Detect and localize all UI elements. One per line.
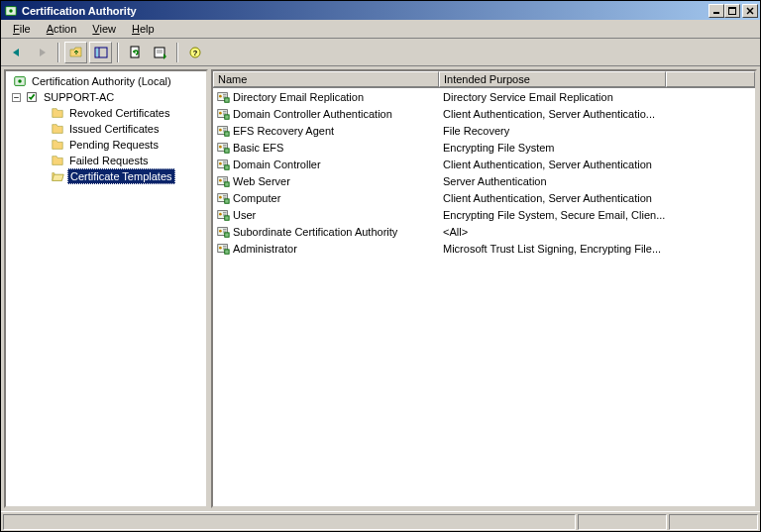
tree-item[interactable]: Issued Certificates (8, 121, 204, 137)
tree-panel[interactable]: Certification Authority (Local) − SUPPOR… (4, 69, 208, 508)
cell-purpose: Server Authentication (439, 175, 666, 187)
svg-point-1 (9, 9, 13, 13)
back-button[interactable] (5, 42, 28, 63)
svg-rect-48 (225, 164, 229, 168)
list-row[interactable]: AdministratorMicrosoft Trust List Signin… (213, 240, 755, 257)
statusbar (1, 511, 760, 531)
certificate-template-icon (215, 224, 231, 240)
cell-purpose: Encrypting File System, Secure Email, Cl… (439, 209, 666, 221)
certificate-template-icon (215, 157, 231, 172)
cell-name: Computer (213, 190, 439, 206)
folder-icon (50, 153, 65, 168)
certificate-template-icon (215, 190, 231, 206)
column-header-name[interactable]: Name (213, 71, 439, 87)
cell-name: Domain Controller Authentication (213, 106, 439, 122)
show-hide-tree-button[interactable] (89, 42, 112, 63)
menu-view[interactable]: View (84, 21, 124, 37)
list-row[interactable]: EFS Recovery AgentFile Recovery (213, 122, 755, 139)
close-button[interactable] (742, 4, 758, 18)
list-row[interactable]: UserEncrypting File System, Secure Email… (213, 206, 755, 223)
cell-purpose: Directory Service Email Replication (439, 91, 666, 103)
list-row[interactable]: ComputerClient Authentication, Server Au… (213, 189, 755, 206)
status-panel-2 (578, 514, 667, 530)
svg-point-68 (219, 229, 222, 232)
svg-point-20 (219, 94, 222, 97)
tree-item-label: Revoked Certificates (67, 106, 172, 120)
list-panel: Name Intended Purpose Directory Email Re… (211, 69, 757, 508)
list-row[interactable]: Basic EFSEncrypting File System (213, 139, 755, 156)
list-body[interactable]: Directory Email ReplicationDirectory Ser… (213, 88, 755, 506)
svg-rect-60 (225, 198, 229, 202)
export-list-button[interactable] (149, 42, 171, 63)
svg-point-38 (219, 145, 222, 148)
tree-server-node[interactable]: − SUPPORT-AC (8, 89, 204, 105)
svg-rect-78 (225, 249, 229, 253)
cell-purpose: Client Authentication, Server Authentica… (439, 192, 666, 204)
certificate-template-icon (215, 241, 231, 257)
cell-name: Domain Controller (213, 157, 439, 172)
tree-root-label: Certification Authority (Local) (30, 74, 173, 88)
svg-rect-9 (96, 49, 98, 56)
svg-point-56 (219, 195, 222, 198)
cell-purpose: <All> (439, 226, 666, 238)
cell-name: EFS Recovery Agent (213, 123, 439, 139)
cell-purpose: Microsoft Trust List Signing, Encrypting… (439, 243, 666, 255)
tree-item[interactable]: Certificate Templates (8, 168, 204, 184)
toolbar: ? (1, 39, 760, 66)
column-header-filler[interactable] (666, 71, 755, 87)
up-button[interactable] (64, 42, 87, 63)
cell-name: User (213, 207, 439, 223)
tree-item-label: Failed Requests (67, 154, 151, 167)
cell-purpose: File Recovery (439, 125, 666, 137)
certificate-template-icon (215, 106, 231, 122)
tree-item-label: Certificate Templates (67, 168, 175, 184)
menu-help[interactable]: Help (124, 21, 163, 37)
minimize-button[interactable] (708, 4, 724, 18)
titlebar[interactable]: Certification Authority (1, 1, 760, 20)
folder-icon (50, 105, 65, 121)
list-row[interactable]: Subordinate Certification Authority<All> (213, 223, 755, 240)
folder-icon (50, 121, 65, 137)
svg-rect-36 (225, 131, 229, 135)
tree-root[interactable]: Certification Authority (Local) (8, 73, 204, 89)
window-title: Certification Authority (22, 5, 708, 17)
app-icon (3, 3, 19, 19)
tree-item[interactable]: Revoked Certificates (8, 105, 204, 121)
menubar: File Action View Help (1, 20, 760, 39)
forward-button[interactable] (30, 42, 53, 63)
content-area: Certification Authority (Local) − SUPPOR… (1, 66, 760, 511)
column-header-purpose[interactable]: Intended Purpose (439, 71, 666, 87)
cell-purpose: Client Authentication, Server Authentica… (439, 108, 666, 120)
svg-point-50 (219, 178, 222, 181)
svg-point-62 (219, 212, 222, 215)
maximize-button[interactable] (724, 4, 740, 18)
folder-icon (50, 137, 65, 153)
list-row[interactable]: Domain Controller AuthenticationClient A… (213, 105, 755, 122)
window-controls (708, 4, 758, 18)
tree-item[interactable]: Pending Requests (8, 137, 204, 153)
list-row[interactable]: Directory Email ReplicationDirectory Ser… (213, 88, 755, 105)
status-main (3, 514, 576, 530)
list-row[interactable]: Web ServerServer Authentication (213, 172, 755, 189)
help-button[interactable]: ? (183, 42, 206, 63)
list-row[interactable]: Domain ControllerClient Authentication, … (213, 156, 755, 172)
certificate-template-icon (215, 140, 231, 156)
cell-name: Web Server (213, 173, 439, 189)
svg-rect-30 (225, 114, 229, 118)
main-window: Certification Authority File Action View… (0, 0, 761, 532)
svg-rect-72 (225, 232, 229, 236)
toolbar-separator (117, 43, 119, 62)
svg-point-74 (219, 246, 222, 249)
cell-name: Directory Email Replication (213, 89, 439, 105)
svg-point-17 (18, 79, 22, 83)
collapse-icon[interactable]: − (12, 93, 21, 102)
menu-action[interactable]: Action (39, 21, 85, 37)
tree-item[interactable]: Failed Requests (8, 153, 204, 168)
ca-icon (12, 73, 28, 89)
certificate-template-icon (215, 207, 231, 223)
toolbar-separator (176, 43, 178, 62)
refresh-button[interactable] (124, 42, 147, 63)
svg-rect-54 (225, 181, 229, 185)
menu-file[interactable]: File (5, 21, 39, 37)
list-header: Name Intended Purpose (213, 71, 755, 88)
